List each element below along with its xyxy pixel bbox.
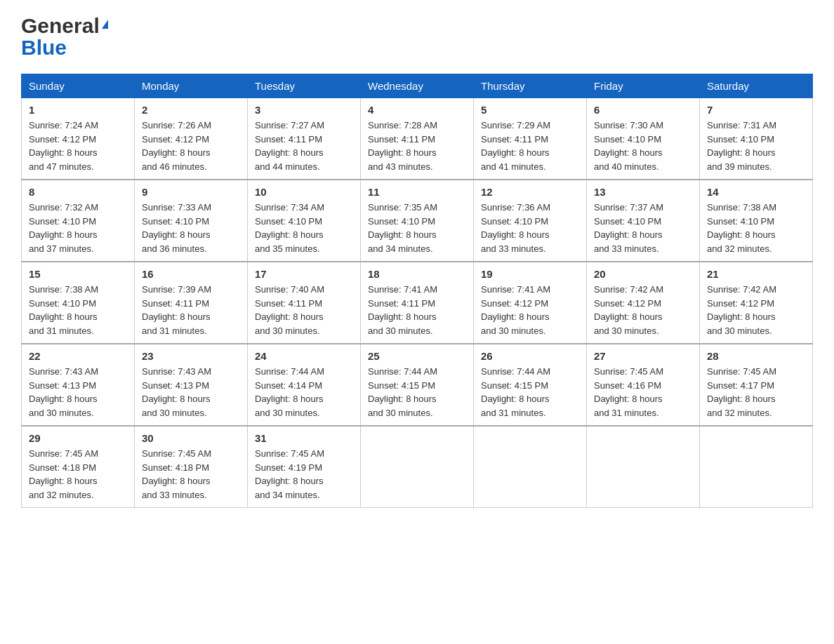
day-number: 26 [481, 350, 579, 362]
day-number: 21 [707, 268, 805, 280]
day-info: Sunrise: 7:44 AMSunset: 4:15 PMDaylight:… [368, 365, 466, 420]
calendar-cell: 12 Sunrise: 7:36 AMSunset: 4:10 PMDaylig… [474, 180, 587, 262]
calendar-cell [587, 426, 700, 508]
calendar-cell: 25 Sunrise: 7:44 AMSunset: 4:15 PMDaylig… [361, 344, 474, 426]
calendar-cell: 18 Sunrise: 7:41 AMSunset: 4:11 PMDaylig… [361, 262, 474, 344]
calendar-cell: 17 Sunrise: 7:40 AMSunset: 4:11 PMDaylig… [248, 262, 361, 344]
day-info: Sunrise: 7:41 AMSunset: 4:12 PMDaylight:… [481, 283, 579, 337]
calendar-cell: 7 Sunrise: 7:31 AMSunset: 4:10 PMDayligh… [700, 98, 813, 180]
day-number: 17 [255, 268, 353, 280]
calendar-cell: 26 Sunrise: 7:44 AMSunset: 4:15 PMDaylig… [474, 344, 587, 426]
day-info: Sunrise: 7:39 AMSunset: 4:11 PMDaylight:… [142, 283, 240, 337]
calendar-cell: 14 Sunrise: 7:38 AMSunset: 4:10 PMDaylig… [700, 180, 813, 262]
calendar-cell: 5 Sunrise: 7:29 AMSunset: 4:11 PMDayligh… [474, 98, 587, 180]
calendar-table: SundayMondayTuesdayWednesdayThursdayFrid… [21, 74, 813, 508]
calendar-cell: 15 Sunrise: 7:38 AMSunset: 4:10 PMDaylig… [22, 262, 135, 344]
calendar-header-friday: Friday [587, 74, 700, 98]
day-info: Sunrise: 7:43 AMSunset: 4:13 PMDaylight:… [29, 365, 127, 420]
calendar-cell: 28 Sunrise: 7:45 AMSunset: 4:17 PMDaylig… [700, 344, 813, 426]
calendar-cell: 23 Sunrise: 7:43 AMSunset: 4:13 PMDaylig… [135, 344, 248, 426]
day-number: 6 [594, 104, 692, 116]
day-info: Sunrise: 7:37 AMSunset: 4:10 PMDaylight:… [594, 201, 692, 255]
day-number: 15 [29, 268, 127, 280]
calendar-cell [474, 426, 587, 508]
day-info: Sunrise: 7:42 AMSunset: 4:12 PMDaylight:… [594, 283, 692, 337]
day-number: 11 [368, 186, 466, 198]
day-number: 9 [142, 186, 240, 198]
day-info: Sunrise: 7:34 AMSunset: 4:10 PMDaylight:… [255, 201, 353, 255]
calendar-cell: 24 Sunrise: 7:44 AMSunset: 4:14 PMDaylig… [248, 344, 361, 426]
calendar-header-row: SundayMondayTuesdayWednesdayThursdayFrid… [22, 74, 813, 98]
day-info: Sunrise: 7:32 AMSunset: 4:10 PMDaylight:… [29, 201, 127, 255]
calendar-header-monday: Monday [135, 74, 248, 98]
day-number: 31 [255, 432, 353, 444]
logo-blue-text: Blue [21, 36, 67, 60]
calendar-header-wednesday: Wednesday [361, 74, 474, 98]
day-info: Sunrise: 7:31 AMSunset: 4:10 PMDaylight:… [707, 119, 805, 173]
day-info: Sunrise: 7:45 AMSunset: 4:17 PMDaylight:… [707, 365, 805, 420]
day-info: Sunrise: 7:41 AMSunset: 4:11 PMDaylight:… [368, 283, 466, 337]
day-info: Sunrise: 7:28 AMSunset: 4:11 PMDaylight:… [368, 119, 466, 173]
calendar-cell: 21 Sunrise: 7:42 AMSunset: 4:12 PMDaylig… [700, 262, 813, 344]
calendar-cell [700, 426, 813, 508]
calendar-cell: 2 Sunrise: 7:26 AMSunset: 4:12 PMDayligh… [135, 98, 248, 180]
calendar-cell: 13 Sunrise: 7:37 AMSunset: 4:10 PMDaylig… [587, 180, 700, 262]
day-info: Sunrise: 7:29 AMSunset: 4:11 PMDaylight:… [481, 119, 579, 173]
day-number: 13 [594, 186, 692, 198]
day-number: 18 [368, 268, 466, 280]
calendar-cell: 22 Sunrise: 7:43 AMSunset: 4:13 PMDaylig… [22, 344, 135, 426]
calendar-cell: 31 Sunrise: 7:45 AMSunset: 4:19 PMDaylig… [248, 426, 361, 508]
day-number: 22 [29, 350, 127, 362]
calendar-cell: 1 Sunrise: 7:24 AMSunset: 4:12 PMDayligh… [22, 98, 135, 180]
logo: General Blue [21, 14, 108, 60]
calendar-header-sunday: Sunday [22, 74, 135, 98]
calendar-cell: 30 Sunrise: 7:45 AMSunset: 4:18 PMDaylig… [135, 426, 248, 508]
day-number: 1 [29, 104, 127, 116]
day-number: 28 [707, 350, 805, 362]
day-info: Sunrise: 7:45 AMSunset: 4:16 PMDaylight:… [594, 365, 692, 420]
calendar-week-row: 15 Sunrise: 7:38 AMSunset: 4:10 PMDaylig… [22, 262, 813, 344]
day-info: Sunrise: 7:35 AMSunset: 4:10 PMDaylight:… [368, 201, 466, 255]
day-number: 5 [481, 104, 579, 116]
day-number: 20 [594, 268, 692, 280]
calendar-cell: 11 Sunrise: 7:35 AMSunset: 4:10 PMDaylig… [361, 180, 474, 262]
day-number: 3 [255, 104, 353, 116]
calendar-cell: 29 Sunrise: 7:45 AMSunset: 4:18 PMDaylig… [22, 426, 135, 508]
day-number: 2 [142, 104, 240, 116]
day-info: Sunrise: 7:27 AMSunset: 4:11 PMDaylight:… [255, 119, 353, 173]
day-info: Sunrise: 7:26 AMSunset: 4:12 PMDaylight:… [142, 119, 240, 173]
calendar-cell: 9 Sunrise: 7:33 AMSunset: 4:10 PMDayligh… [135, 180, 248, 262]
day-info: Sunrise: 7:33 AMSunset: 4:10 PMDaylight:… [142, 201, 240, 255]
calendar-week-row: 22 Sunrise: 7:43 AMSunset: 4:13 PMDaylig… [22, 344, 813, 426]
calendar-cell: 19 Sunrise: 7:41 AMSunset: 4:12 PMDaylig… [474, 262, 587, 344]
day-info: Sunrise: 7:43 AMSunset: 4:13 PMDaylight:… [142, 365, 240, 420]
calendar-header-thursday: Thursday [474, 74, 587, 98]
calendar-cell: 27 Sunrise: 7:45 AMSunset: 4:16 PMDaylig… [587, 344, 700, 426]
day-info: Sunrise: 7:44 AMSunset: 4:15 PMDaylight:… [481, 365, 579, 420]
logo-general-text: General [21, 14, 100, 37]
calendar-header-tuesday: Tuesday [248, 74, 361, 98]
calendar-cell: 6 Sunrise: 7:30 AMSunset: 4:10 PMDayligh… [587, 98, 700, 180]
day-number: 25 [368, 350, 466, 362]
day-number: 24 [255, 350, 353, 362]
logo-triangle-icon [102, 20, 108, 29]
calendar-cell: 20 Sunrise: 7:42 AMSunset: 4:12 PMDaylig… [587, 262, 700, 344]
day-number: 14 [707, 186, 805, 198]
day-number: 29 [29, 432, 127, 444]
calendar-cell: 3 Sunrise: 7:27 AMSunset: 4:11 PMDayligh… [248, 98, 361, 180]
day-number: 8 [29, 186, 127, 198]
day-number: 19 [481, 268, 579, 280]
day-info: Sunrise: 7:36 AMSunset: 4:10 PMDaylight:… [481, 201, 579, 255]
calendar-cell: 8 Sunrise: 7:32 AMSunset: 4:10 PMDayligh… [22, 180, 135, 262]
day-number: 16 [142, 268, 240, 280]
day-info: Sunrise: 7:45 AMSunset: 4:18 PMDaylight:… [29, 447, 127, 502]
day-number: 27 [594, 350, 692, 362]
day-number: 10 [255, 186, 353, 198]
page-header: General Blue [21, 14, 813, 60]
day-info: Sunrise: 7:44 AMSunset: 4:14 PMDaylight:… [255, 365, 353, 420]
calendar-cell: 10 Sunrise: 7:34 AMSunset: 4:10 PMDaylig… [248, 180, 361, 262]
calendar-cell: 4 Sunrise: 7:28 AMSunset: 4:11 PMDayligh… [361, 98, 474, 180]
day-number: 12 [481, 186, 579, 198]
calendar-cell: 16 Sunrise: 7:39 AMSunset: 4:11 PMDaylig… [135, 262, 248, 344]
calendar-header-saturday: Saturday [700, 74, 813, 98]
